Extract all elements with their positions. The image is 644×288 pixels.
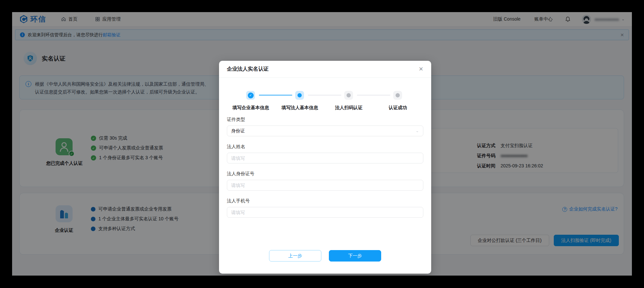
step-check-icon: ✓ [248, 93, 254, 98]
step-3-badge [344, 91, 353, 100]
legal-person-form: 证件类型 身份证 ⌄ 法人姓名 法人身份证号 法人手机号 [219, 112, 431, 218]
select-chevron-down-icon: ⌄ [415, 129, 419, 133]
prev-step-button[interactable]: 上一步 [269, 250, 321, 262]
step-connector-1 [259, 95, 292, 95]
modal-header: 企业法人实名认证 ✕ [219, 61, 431, 78]
step-connector-3 [357, 95, 390, 95]
console-screen: 环信 首页 应用管理 旧版 Console 账单中心 [12, 12, 632, 276]
step-4-badge [393, 91, 402, 100]
modal-footer: 上一步 下一步 [219, 250, 431, 262]
modal-title: 企业法人实名认证 [227, 66, 269, 73]
legal-name-group: 法人姓名 [227, 144, 423, 163]
legal-name-label: 法人姓名 [227, 144, 423, 150]
step-1-badge: ✓ [246, 91, 255, 100]
cert-type-select[interactable]: 身份证 ⌄ [227, 126, 423, 136]
cert-type-selected-value: 身份证 [231, 128, 245, 134]
auth-stepper: ✓ 填写企业基本信息 填写法人基本信息 法人扫码认证 认证成功 [219, 78, 431, 112]
legal-phone-label: 法人手机号 [227, 198, 423, 204]
step-2-label: 填写法人基本信息 [275, 105, 324, 111]
step-dot-icon [297, 93, 302, 97]
step-3-label: 法人扫码认证 [324, 105, 373, 111]
step-dot-icon [396, 93, 400, 97]
legal-phone-group: 法人手机号 [227, 198, 423, 218]
legal-id-group: 法人身份证号 [227, 171, 423, 191]
next-step-button[interactable]: 下一步 [329, 250, 381, 262]
step-2-badge [295, 91, 304, 100]
step-dot-icon [347, 93, 351, 97]
step-connector-2 [308, 95, 341, 95]
cert-type-label: 证件类型 [227, 117, 423, 123]
step-1-label: 填写企业基本信息 [226, 105, 275, 111]
legal-phone-input[interactable] [227, 207, 423, 218]
legal-id-label: 法人身份证号 [227, 171, 423, 177]
modal-close-icon[interactable]: ✕ [419, 66, 423, 72]
step-4-label: 认证成功 [373, 105, 422, 111]
legal-id-input[interactable] [227, 180, 423, 191]
enterprise-legal-auth-modal: 企业法人实名认证 ✕ ✓ 填写企业基本信息 填写法人基本信息 法人扫码认证 认证… [219, 61, 431, 274]
cert-type-group: 证件类型 身份证 ⌄ [227, 117, 423, 136]
legal-name-input[interactable] [227, 153, 423, 163]
